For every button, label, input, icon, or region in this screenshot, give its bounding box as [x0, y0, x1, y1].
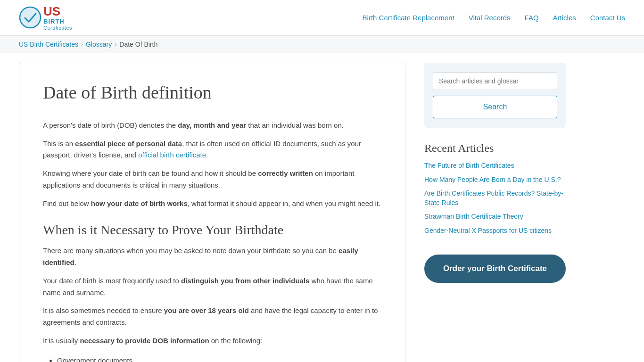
p5-text2: . — [74, 258, 76, 266]
breadcrumb-glossary[interactable]: Glossary — [86, 41, 112, 48]
p8-text1: It is usually — [43, 337, 80, 345]
paragraph-6: Your date of birth is most frequently us… — [43, 275, 381, 299]
main-nav: Birth Certificate Replacement Vital Reco… — [363, 14, 625, 22]
p4-bold: how your date of birth works — [91, 199, 188, 207]
logo-certs: Certificates — [43, 25, 72, 31]
p3-bold: correctly written — [258, 169, 313, 177]
page-title: Date of Birth definition — [43, 82, 381, 110]
p1-text2: that an individual was born on. — [246, 121, 344, 129]
paragraph-7: It is also sometimes needed to ensure yo… — [43, 305, 381, 329]
breadcrumb-home[interactable]: US Birth Certificates — [19, 41, 78, 48]
search-button[interactable]: Search — [433, 96, 557, 118]
paragraph-3: Knowing where your date of birth can be … — [43, 168, 381, 191]
breadcrumb-current: Date Of Birth — [119, 41, 157, 48]
nav-articles[interactable]: Articles — [553, 14, 576, 22]
logo-birth: BIRTH — [43, 18, 72, 25]
recent-article-link[interactable]: Gender-Neutral X Passports for US citize… — [424, 226, 566, 236]
paragraph-1: A person's date of birth (DOB) denotes t… — [43, 120, 381, 132]
p3-text1: Knowing where your date of birth can be … — [43, 169, 258, 177]
recent-article-link[interactable]: The Future of Birth Certificates — [424, 161, 566, 171]
recent-article-link[interactable]: Strawman Birth Certificate Theory — [424, 212, 566, 222]
logo-us: US — [43, 5, 72, 18]
recent-articles: Recent Articles The Future of Birth Cert… — [424, 137, 566, 245]
main-content: Date of Birth definition A person's date… — [19, 63, 405, 362]
p6-text1: Your date of birth is most frequently us… — [43, 277, 181, 285]
search-input[interactable] — [433, 72, 557, 90]
breadcrumb-sep-1: › — [81, 41, 83, 48]
nav-birth-certificate-replacement[interactable]: Birth Certificate Replacement — [363, 14, 454, 22]
order-birth-certificate-button[interactable]: Order your Birth Certificate — [424, 255, 566, 283]
paragraph-5: There are many situations when you may b… — [43, 245, 381, 269]
p8-text2: on the following: — [209, 337, 263, 345]
p5-text1: There are many situations when you may b… — [43, 247, 339, 255]
p7-text1: It is also sometimes needed to ensure — [43, 306, 164, 314]
p2-text1: This is an — [43, 140, 75, 148]
breadcrumb: US Birth Certificates › Glossary › Date … — [0, 36, 644, 53]
recent-article-link[interactable]: How Many People Are Born a Day in the U.… — [424, 175, 566, 185]
p8-bold: necessary to provide DOB information — [80, 337, 209, 345]
p7-bold: you are over 18 years old — [164, 306, 249, 314]
paragraph-4: Find out below how your date of birth wo… — [43, 198, 381, 210]
p6-bold: distinguish you from other individuals — [181, 277, 310, 285]
nav-contact-us[interactable]: Contact Us — [590, 14, 625, 22]
p1-text1: A person's date of birth (DOB) denotes t… — [43, 121, 178, 129]
recent-articles-heading: Recent Articles — [424, 142, 566, 155]
nav-faq[interactable]: FAQ — [525, 14, 539, 22]
page-wrapper: Date of Birth definition A person's date… — [0, 53, 644, 362]
search-box: Search — [424, 63, 566, 128]
p2-bold: essential piece of personal data — [75, 140, 182, 148]
section-heading-birthdate: When is it Necessary to Prove Your Birth… — [43, 222, 381, 238]
p4-text2: , what format it should appear in, and w… — [188, 199, 380, 207]
p1-bold: day, month and year — [178, 121, 246, 129]
p2-link[interactable]: official birth certificate — [138, 151, 206, 159]
site-header: US BIRTH Certificates Birth Certificate … — [0, 0, 644, 36]
logo-icon — [19, 6, 41, 29]
nav-vital-records[interactable]: Vital Records — [469, 14, 511, 22]
recent-article-link[interactable]: Are Birth Certificates Public Records? S… — [424, 189, 566, 207]
list-item: Government documents — [57, 354, 381, 362]
sidebar: Search Recent Articles The Future of Bir… — [424, 63, 566, 362]
p2-text3: . — [206, 151, 208, 159]
paragraph-8: It is usually necessary to provide DOB i… — [43, 335, 381, 347]
paragraph-2: This is an essential piece of personal d… — [43, 138, 381, 162]
dob-list: Government documents Tax return forms Of… — [57, 354, 381, 362]
logo-text: US BIRTH Certificates — [43, 5, 72, 31]
breadcrumb-sep-2: › — [115, 41, 116, 48]
p4-text1: Find out below — [43, 199, 91, 207]
site-logo[interactable]: US BIRTH Certificates — [19, 5, 72, 31]
